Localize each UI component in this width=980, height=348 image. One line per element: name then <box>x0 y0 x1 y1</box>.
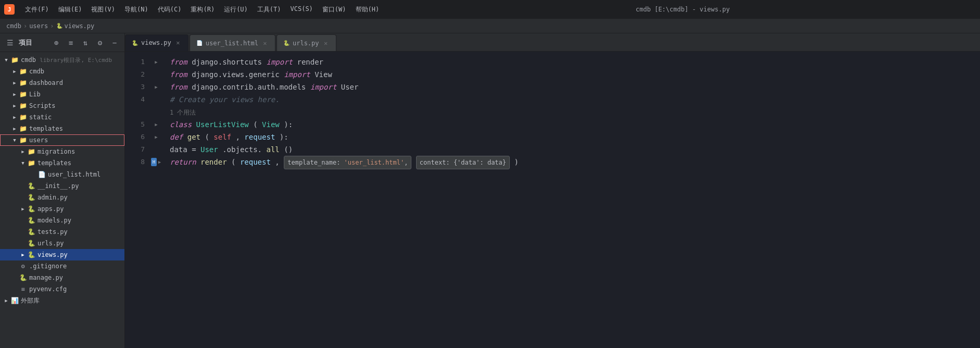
expand-arrow-scripts: ▶ <box>10 102 19 110</box>
sidebar-collapse-icon[interactable]: ≡ <box>65 37 77 48</box>
breadcrumb-file[interactable]: 🐍 views.py <box>56 22 95 30</box>
kw-class: class <box>170 120 192 129</box>
usage-hint-text: 1 个用法 <box>170 109 196 116</box>
spacer-arrow-urls <box>19 239 27 247</box>
tree-label-pyvenv: pyvenv.cfg <box>29 285 120 293</box>
menu-file[interactable]: 文件(F) <box>21 3 53 16</box>
tooltip-template-name: template_name: 'user_list.html', <box>284 156 411 169</box>
sidebar-settings-icon[interactable]: ⚙ <box>94 37 106 48</box>
tree-item-user-list-html[interactable]: 📄 user_list.html <box>0 169 124 180</box>
code-line-5: class UserListView ( View ): <box>161 118 980 131</box>
tab-user-list-html[interactable]: 📄 user_list.html ✕ <box>190 34 275 51</box>
breadcrumb-sep-2: › <box>50 22 54 30</box>
menu-tools[interactable]: 工具(T) <box>253 3 285 16</box>
file-icon-user-list-html: 📄 <box>37 170 46 179</box>
tree-item-urls-py[interactable]: 🐍 urls.py <box>0 238 124 249</box>
title-bar: J 文件(F) 编辑(E) 视图(V) 导航(N) 代码(C) 重构(R) 运行… <box>0 0 980 19</box>
sidebar-title: 项目 <box>19 38 32 47</box>
editor-content: 1 2 3 4 · 5 6 7 8 ▶ ▶ <box>125 52 980 348</box>
gutter-arrow-8: ▶ <box>158 159 161 165</box>
code-line-6: def get ( self , request ): <box>161 131 980 143</box>
kw-import-3: import <box>310 83 337 91</box>
tree-label-views-py: views.py <box>37 251 120 258</box>
kw-import-1: import <box>266 58 293 66</box>
fn-render: render <box>200 158 227 166</box>
gutter-arrow-3: ▶ <box>154 84 159 90</box>
tree-label-dashboard: dashboard <box>29 79 120 86</box>
tree-item-lib[interactable]: ▶ 📁 Lib <box>0 89 124 100</box>
folder-icon-migrations: 📁 <box>27 147 35 156</box>
expand-arrow-lib: ▶ <box>10 90 19 98</box>
fn-all: all <box>266 145 279 154</box>
kw-from-3: from <box>170 83 187 91</box>
tree-item-external-libs[interactable]: ▶ 📊 外部库 <box>0 295 124 306</box>
code-usage-hint: 1 个用法 <box>161 106 980 118</box>
kw-from-2: from <box>170 70 187 79</box>
tree-item-manage-py[interactable]: 🐍 manage.py <box>0 272 124 283</box>
tree-item-dashboard[interactable]: ▶ 📁 dashboard <box>0 77 124 89</box>
expand-arrow-templates-root: ▶ <box>10 125 19 133</box>
tab-close-views-py[interactable]: ✕ <box>174 39 182 46</box>
menu-refactor[interactable]: 重构(R) <box>186 3 219 16</box>
expand-arrow-apps: ▶ <box>19 205 27 213</box>
tab-label-urls-py: urls.py <box>293 40 319 47</box>
menu-help[interactable]: 帮助(H) <box>351 3 384 16</box>
breadcrumb-users[interactable]: users <box>29 22 48 30</box>
folder-icon-templates-root: 📁 <box>19 125 27 133</box>
tree-item-templates-users[interactable]: ▼ 📁 templates <box>0 157 124 169</box>
string-user-list: 'user_list.html' <box>344 159 405 166</box>
menu-edit[interactable]: 编辑(E) <box>54 3 86 16</box>
gutter-save-icon: H <box>151 158 157 166</box>
sidebar-options-icon[interactable]: ⊕ <box>51 37 62 48</box>
tab-views-py[interactable]: 🐍 views.py ✕ <box>125 34 189 51</box>
menu-vcs[interactable]: VCS(S) <box>286 3 317 16</box>
tree-item-models-py[interactable]: 🐍 models.py <box>0 215 124 226</box>
menu-view[interactable]: 视图(V) <box>87 3 119 16</box>
tree-label-urls-py: urls.py <box>37 240 120 247</box>
tree-item-static[interactable]: ▶ 📁 static <box>0 111 124 123</box>
sidebar-expand-icon[interactable]: ⇅ <box>80 37 91 48</box>
tab-urls-py[interactable]: 🐍 urls.py ✕ <box>277 34 336 51</box>
main-layout: ☰ 项目 ⊕ ≡ ⇅ ⚙ − ▼ 📁 cmdb library根目录, E:\c… <box>0 33 980 348</box>
tree-item-pyvenv[interactable]: ≡ pyvenv.cfg <box>0 283 124 295</box>
tab-close-user-list[interactable]: ✕ <box>261 40 269 47</box>
spacer-arrow-pyvenv <box>10 285 19 293</box>
tree-item-migrations[interactable]: ▶ 📁 migrations <box>0 146 124 157</box>
file-icon-admin-py: 🐍 <box>27 193 35 202</box>
tab-icon-user-list: 📄 <box>196 40 203 46</box>
tree-item-apps-py[interactable]: ▶ 🐍 apps.py <box>0 203 124 215</box>
tree-item-users[interactable]: ▼ 📁 users <box>0 134 124 146</box>
folder-icon-users: 📁 <box>19 136 27 144</box>
tree-item-gitignore[interactable]: ⚙ .gitignore <box>0 260 124 272</box>
tree-item-templates-root[interactable]: ▶ 📁 templates <box>0 123 124 134</box>
tree-label-cmdb: cmdb <box>29 68 120 75</box>
breadcrumb-root[interactable]: cmdb <box>6 22 21 30</box>
tree-label-init-py: __init__.py <box>37 182 120 190</box>
tree-item-tests-py[interactable]: 🐍 tests.py <box>0 226 124 238</box>
param-request-8: request <box>240 158 271 166</box>
tree-item-cmdb[interactable]: ▶ 📁 cmdb <box>0 66 124 77</box>
tree-label-user-list-html: user_list.html <box>48 171 120 178</box>
tree-item-init-py[interactable]: 🐍 __init__.py <box>0 180 124 192</box>
sidebar-layout-icon[interactable]: ☰ <box>4 37 16 48</box>
sidebar-toolbar: ☰ 项目 ⊕ ≡ ⇅ ⚙ − <box>0 33 124 52</box>
tree-item-scripts[interactable]: ▶ 📁 Scripts <box>0 100 124 111</box>
sidebar-close-icon[interactable]: − <box>109 37 120 48</box>
folder-icon-static: 📁 <box>19 113 27 121</box>
tree-label-templates-root: templates <box>29 125 120 132</box>
menu-window[interactable]: 窗口(W) <box>318 3 350 16</box>
file-icon-models-py: 🐍 <box>27 216 35 225</box>
tree-item-views-py[interactable]: ▶ 🐍 views.py <box>0 249 124 260</box>
file-icon-manage-py: 🐍 <box>19 274 27 282</box>
expand-arrow-static: ▶ <box>10 113 19 121</box>
expand-arrow-cmdb-sub: ▶ <box>10 67 19 76</box>
code-area[interactable]: from django.shortcuts import render from… <box>161 52 980 348</box>
tree-item-admin-py[interactable]: 🐍 admin.py <box>0 192 124 203</box>
menu-code[interactable]: 代码(C) <box>154 3 186 16</box>
menu-run[interactable]: 运行(U) <box>220 3 252 16</box>
spacer-arrow-user-list <box>29 170 37 179</box>
menu-navigate[interactable]: 导航(N) <box>120 3 153 16</box>
tree-item-cmdb-root[interactable]: ▼ 📁 cmdb library根目录, E:\cmdb <box>0 54 124 66</box>
spacer-arrow-admin <box>19 193 27 202</box>
tab-close-urls-py[interactable]: ✕ <box>322 40 330 47</box>
